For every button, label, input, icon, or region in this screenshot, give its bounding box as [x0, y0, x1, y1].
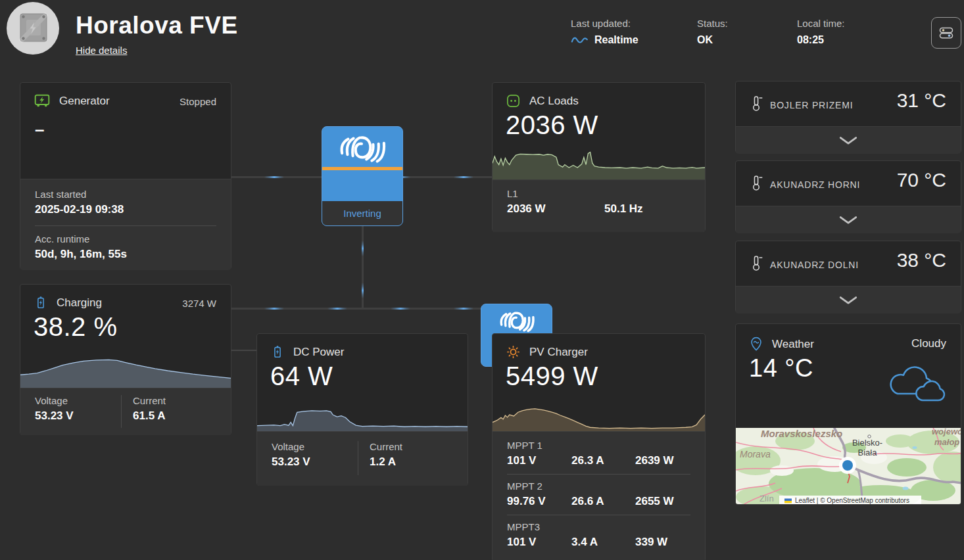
- charging-soc: 38.2 %: [34, 312, 118, 342]
- charging-panel: Charging 3274 W 38.2 % Voltage 53.23 V C…: [20, 284, 231, 435]
- dc-power-panel-footer: Voltage 53.23 V Current 1.2 A: [257, 431, 468, 486]
- phase-power: 2036 W: [507, 202, 546, 216]
- last-updated-text: Realtime: [594, 34, 639, 46]
- mppt-voltage: 101 V: [507, 536, 536, 549]
- cloudy-icon: [882, 358, 948, 407]
- phase-label: L1: [507, 188, 518, 199]
- dc-voltage-label: Voltage: [272, 441, 304, 452]
- generator-icon: [34, 93, 51, 108]
- wire-battery-pv: [231, 308, 481, 310]
- runtime-label: Acc. runtime: [35, 233, 89, 245]
- mppt-current: 26.6 A: [571, 495, 604, 508]
- dc-power-title: DC Power: [293, 346, 344, 359]
- temperature-value: 70 °C: [897, 169, 946, 191]
- location-pin-icon: [749, 336, 763, 352]
- generator-status: Stopped: [180, 96, 216, 107]
- last-started-value: 2025-02-19 09:38: [35, 203, 124, 216]
- chevron-down-icon: [837, 136, 859, 145]
- charging-title: Charging: [57, 296, 102, 310]
- page-title: Horalova FVE: [76, 12, 238, 39]
- status-value: OK: [697, 34, 713, 46]
- weather-temperature: 14 °C: [749, 354, 813, 383]
- mppt-name: MPPT3: [507, 521, 540, 532]
- pv-charger-panel-footer: MPPT 1 101 V 26.3 A 2639 W MPPT 2 99.76 …: [493, 431, 705, 560]
- runtime-value: 50d, 9h, 16m, 55s: [35, 248, 127, 261]
- charging-panel-footer: Voltage 53.23 V Current 61.5 A: [20, 388, 231, 435]
- weather-condition: Cloudy: [911, 337, 946, 350]
- generator-panel-footer: Last started 2025-02-19 09:38 Acc. runti…: [20, 179, 231, 270]
- temperature-name: AKUNADRZ DOLNI: [770, 260, 859, 270]
- mppt-name: MPPT 1: [507, 440, 542, 451]
- temperature-expander[interactable]: [736, 206, 961, 233]
- thermometer-icon: [749, 174, 764, 192]
- inverter-state: Inverting: [322, 201, 402, 225]
- dc-power-sparkline: [257, 397, 468, 431]
- generator-panel: Generator Stopped – Last started 2025-02…: [20, 82, 231, 269]
- temperature-panel: AKUNADRZ DOLNI 38 °C: [735, 241, 961, 313]
- ac-loads-power: 2036 W: [506, 110, 598, 140]
- ac-loads-panel-footer: L1 2036 W 50.1 Hz: [493, 179, 705, 232]
- temperature-name: BOJLER PRIZEMI: [770, 100, 853, 110]
- weather-title: Weather: [772, 338, 814, 351]
- map-voivodeship-label: małop: [934, 437, 959, 447]
- thermometer-icon: [749, 95, 764, 112]
- wire-battery-dcpower: [231, 350, 256, 351]
- temperature-panel: AKUNADRZ HORNI 70 °C: [735, 160, 961, 233]
- thermometer-icon: [749, 254, 764, 272]
- pv-charger-power: 5499 W: [506, 362, 598, 391]
- last-started-label: Last started: [35, 189, 86, 200]
- mppt-current: 26.3 A: [571, 454, 604, 467]
- chevron-down-icon: [837, 216, 859, 224]
- map-city-label: Bielsko-: [852, 438, 882, 448]
- map-river-label: Morava: [740, 449, 771, 459]
- hide-details-link[interactable]: Hide details: [76, 45, 127, 56]
- mppt-voltage: 99.76 V: [507, 495, 546, 508]
- status-label: Status:: [697, 18, 728, 29]
- mppt-voltage: 101 V: [507, 454, 536, 467]
- last-updated-value: Realtime: [571, 34, 639, 46]
- chevron-down-icon: [837, 296, 859, 304]
- temperature-panel: BOJLER PRIZEMI 31 °C: [735, 81, 961, 153]
- charging-voltage-label: Voltage: [35, 395, 68, 406]
- ac-loads-panel: AC Loads 2036 W L1 2036 W 50.1 Hz: [492, 82, 706, 232]
- socket-icon: [506, 93, 521, 108]
- dc-power-value: 64 W: [270, 362, 333, 391]
- map-voivodeship-label: wojewó: [932, 428, 961, 436]
- pv-charger-sparkline: [493, 400, 705, 431]
- charging-current-value: 61.5 A: [133, 409, 165, 423]
- map-attribution: Leaflet | © OpenStreetMap contributors: [795, 497, 909, 504]
- realtime-wave-icon: [571, 35, 589, 45]
- local-time-label: Local time:: [797, 18, 845, 29]
- dc-current-value: 1.2 A: [370, 455, 396, 469]
- temperature-expander[interactable]: [736, 126, 961, 154]
- mppt-power: 339 W: [635, 536, 667, 549]
- site-logo: [7, 2, 59, 55]
- generator-value: –: [35, 126, 44, 133]
- temperature-name: AKUNADRZ HORNI: [770, 179, 860, 190]
- map-marker: [842, 460, 853, 471]
- weather-map[interactable]: Moravskoslezsko Bielsko- Biała Morava wo…: [736, 428, 961, 505]
- map-city-label: Biała: [858, 448, 878, 457]
- victron-logo: [338, 134, 387, 164]
- victron-logo-small: [498, 310, 535, 333]
- charging-sparkline: [20, 354, 231, 388]
- mppt-power: 2639 W: [635, 454, 674, 467]
- local-time-value: 08:25: [797, 34, 824, 46]
- dashboard: Horalova FVE Hide details Last updated: …: [0, 0, 964, 560]
- map-region-label: Moravskoslezsko: [761, 428, 842, 439]
- mppt-power: 2655 W: [635, 495, 674, 508]
- mppt-name: MPPT 2: [507, 480, 542, 492]
- temperature-value: 31 °C: [897, 89, 946, 112]
- dc-current-label: Current: [370, 441, 402, 452]
- ac-loads-sparkline: [493, 150, 705, 179]
- dc-voltage-value: 53.23 V: [272, 455, 310, 469]
- map-town-label: Zlín: [759, 494, 774, 503]
- inverter-node[interactable]: Inverting: [322, 126, 403, 226]
- dc-power-panel: DC Power 64 W Voltage 53.23 V Current 1.…: [256, 333, 468, 486]
- temperature-expander[interactable]: [736, 286, 961, 314]
- charging-voltage-value: 53.23 V: [35, 409, 74, 423]
- dashboard-controls-button[interactable]: [931, 17, 961, 49]
- toggles-icon: [938, 25, 955, 41]
- frequency-value: 50.1 Hz: [604, 202, 643, 216]
- battery-icon: [270, 344, 285, 360]
